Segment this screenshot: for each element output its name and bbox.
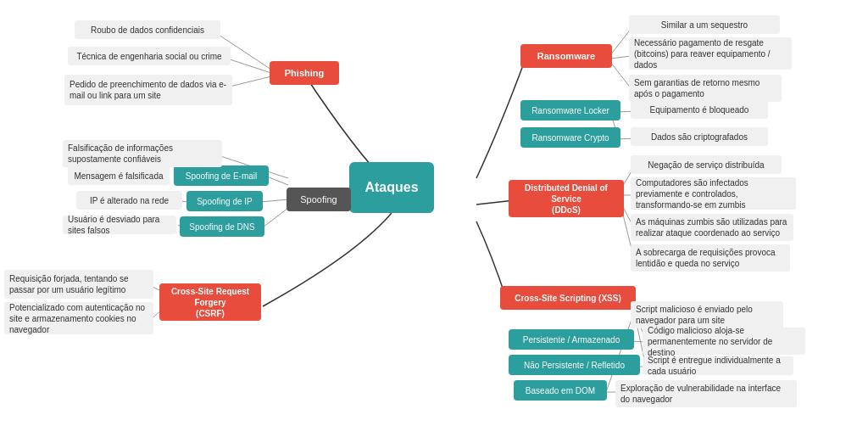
- ransomware-text-1: Similar a um sequestro: [629, 15, 780, 34]
- phishing-text-3: Pedido de preenchimento de dados via e-m…: [64, 75, 232, 105]
- csrf-text-1: Requisição forjada, tentando se passar p…: [4, 270, 153, 299]
- baseado-dom-text: Exploração de vulnerabilidade na interfa…: [615, 380, 797, 407]
- spoofing-node: Spoofing: [287, 188, 351, 211]
- spoofing-text-4: Usuário é desviado para sites falsos: [63, 216, 176, 234]
- ransomware-crypto-text: Dados são criptografados: [631, 127, 768, 146]
- svg-line-7: [263, 208, 288, 227]
- phishing-text-2: Técnica de engenharia social ou crime: [68, 47, 231, 65]
- ransomware-node: Ransomware: [520, 44, 612, 68]
- svg-line-5: [267, 177, 288, 185]
- persistente-node: Persistente / Armazenado: [509, 329, 634, 350]
- mindmap-container: Ataques Phishing Spoofing Cross-Site Req…: [0, 0, 868, 426]
- persistente-text: Código malicioso aloja-se permanentement…: [643, 328, 805, 355]
- ransomware-text-2: Necessário pagamento de resgate (bitcoin…: [629, 37, 792, 70]
- spoofing-text-2: Mensagem é falsificada: [68, 166, 170, 185]
- spoofing-email-node: Spoofing de E-mail: [174, 165, 269, 186]
- svg-line-3: [227, 59, 271, 73]
- ddos-node: Distributed Denial of Service (DDoS): [509, 180, 624, 217]
- nao-persistente-node: Não Persistente / Refletido: [509, 355, 640, 375]
- csrf-text-2: Potencializado com autenticação no site …: [4, 302, 153, 334]
- spoofing-dns-node: Spoofing de DNS: [180, 216, 264, 237]
- svg-line-6: [260, 199, 288, 202]
- ddos-text-2: Computadores são infectados previamente …: [631, 177, 796, 210]
- ransomware-locker-text: Equipamento é bloqueado: [631, 100, 768, 119]
- nao-persistente-text: Script é entregue individualmente a cada…: [643, 356, 793, 375]
- center-node: Ataques: [349, 162, 434, 213]
- ddos-text-3: As máquinas zumbis são utilizadas para r…: [631, 214, 793, 241]
- ddos-text-4: A sobrecarga de requisições provoca lent…: [631, 244, 790, 272]
- svg-line-4: [226, 76, 271, 87]
- spoofing-ip-node: Spoofing de IP: [186, 191, 263, 211]
- phishing-text-1: Roubo de dados confidenciais: [75, 20, 220, 39]
- ddos-text-1: Negação de serviço distribuída: [631, 155, 782, 174]
- ransomware-locker-node: Ransomware Locker: [520, 100, 620, 121]
- baseado-dom-node: Baseado em DOM: [514, 380, 607, 401]
- csrf-node: Cross-Site Request Forgery (CSRF): [159, 283, 261, 321]
- spoofing-text-1: Falsificação de informações supostamente…: [63, 140, 222, 167]
- phishing-node: Phishing: [270, 61, 339, 85]
- ransomware-crypto-node: Ransomware Crypto: [520, 127, 620, 148]
- xss-node: Cross-Site Scripting (XSS): [500, 286, 636, 310]
- spoofing-text-3: IP é alterado na rede: [76, 191, 182, 210]
- ransomware-text-3: Sem garantias de retorno mesmo após o pa…: [629, 75, 782, 102]
